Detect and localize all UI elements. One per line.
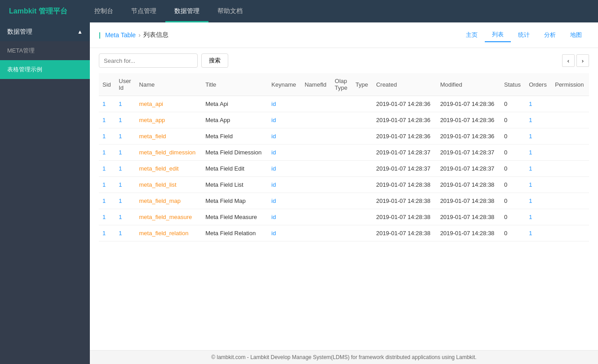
cell-created: 2019-01-07 14:28:37 (372, 145, 436, 161)
cell-name: meta_field_edit (136, 161, 202, 177)
cell-sid: 1 (99, 161, 115, 177)
prev-page-button[interactable]: ‹ (562, 54, 575, 67)
cell-type (352, 96, 372, 112)
action-list[interactable]: 列表 (485, 28, 511, 42)
sidebar-item-table[interactable]: 表格管理示例 (0, 60, 90, 79)
cell-olaptype (331, 161, 352, 177)
page-header: | Meta Table › 列表信息 主页 列表 统计 分析 地图 (90, 22, 598, 48)
cell-type (352, 193, 372, 209)
cell-orders: 1 (525, 177, 551, 193)
breadcrumb-separator-line: | (99, 31, 101, 39)
cell-permission (551, 209, 589, 225)
nav-item-console[interactable]: 控制台 (85, 0, 122, 22)
cell-status: 0 (501, 225, 525, 241)
cell-namefld (301, 193, 331, 209)
cell-modified: 2019-01-07 14:28:36 (437, 112, 501, 128)
top-nav: Lambkit 管理平台 控制台 节点管理 数据管理 帮助文档 (0, 0, 598, 22)
col-sid: Sid (99, 73, 115, 96)
sidebar-item-meta[interactable]: META管理 (0, 41, 90, 60)
cell-olaptype (331, 96, 352, 112)
cell-olaptype (331, 145, 352, 161)
breadcrumb-separator: › (138, 31, 141, 39)
next-page-button[interactable]: › (576, 54, 589, 67)
cell-keyname: id (268, 128, 301, 145)
cell-permission (551, 96, 589, 112)
cell-name: meta_field (136, 128, 202, 145)
cell-olaptype (331, 177, 352, 193)
header-actions: 主页 列表 统计 分析 地图 (459, 28, 589, 42)
cell-status: 0 (501, 128, 525, 145)
action-map[interactable]: 地图 (563, 28, 589, 42)
breadcrumb: | Meta Table › 列表信息 (99, 31, 168, 39)
cell-created: 2019-01-07 14:28:36 (372, 128, 436, 145)
main-content: | Meta Table › 列表信息 主页 列表 统计 分析 地图 搜索 ‹ … (90, 22, 598, 364)
sidebar: 数据管理 ▲ META管理 表格管理示例 (0, 22, 90, 364)
cell-orders: 1 (525, 128, 551, 145)
action-home[interactable]: 主页 (459, 28, 485, 42)
cell-userid: 1 (115, 96, 135, 112)
cell-namefld (301, 225, 331, 241)
cell-permission (551, 161, 589, 177)
cell-keyname: id (268, 177, 301, 193)
breadcrumb-parent[interactable]: Meta Table (105, 31, 136, 39)
cell-permission (551, 225, 589, 241)
cell-name: meta_app (136, 112, 202, 128)
cell-status: 0 (501, 177, 525, 193)
pagination: ‹ › (562, 54, 589, 67)
table-row: 1 1 meta_field Meta Field id 2019-01-07 … (99, 128, 589, 145)
search-input[interactable] (99, 53, 198, 68)
cell-namefld (301, 161, 331, 177)
cell-keyname: id (268, 112, 301, 128)
nav-item-data[interactable]: 数据管理 (165, 0, 208, 22)
col-name: Name (136, 73, 202, 96)
table-header: Sid UserId Name Title Keyname Namefld Ol… (99, 73, 589, 96)
footer: © lambkit.com - Lambkit Develop Manage S… (90, 350, 598, 364)
cell-orders: 1 (525, 225, 551, 241)
nav-item-help[interactable]: 帮助文档 (208, 0, 252, 22)
cell-sid: 1 (99, 209, 115, 225)
cell-status: 0 (501, 193, 525, 209)
cell-modified: 2019-01-07 14:28:38 (437, 225, 501, 241)
cell-userid: 1 (115, 177, 135, 193)
cell-modified: 2019-01-07 14:28:36 (437, 96, 501, 112)
cell-type (352, 161, 372, 177)
table-row: 1 1 meta_field_measure Meta Field Measur… (99, 209, 589, 225)
sidebar-collapse-icon[interactable]: ▲ (77, 29, 83, 35)
nav-item-node[interactable]: 节点管理 (122, 0, 165, 22)
cell-keyname: id (268, 161, 301, 177)
cell-olaptype (331, 225, 352, 241)
action-stats[interactable]: 统计 (511, 28, 537, 42)
cell-name: meta_field_list (136, 177, 202, 193)
cell-created: 2019-01-07 14:28:38 (372, 193, 436, 209)
cell-modified: 2019-01-07 14:28:38 (437, 177, 501, 193)
cell-type (352, 128, 372, 145)
cell-olaptype (331, 193, 352, 209)
cell-created: 2019-01-07 14:28:38 (372, 177, 436, 193)
cell-title: Meta Field Dimession (202, 145, 268, 161)
cell-sid: 1 (99, 112, 115, 128)
cell-modified: 2019-01-07 14:28:37 (437, 161, 501, 177)
table-body: 1 1 meta_api Meta Api id 2019-01-07 14:2… (99, 96, 589, 241)
cell-name: meta_field_dimession (136, 145, 202, 161)
action-analysis[interactable]: 分析 (537, 28, 563, 42)
cell-userid: 1 (115, 112, 135, 128)
cell-userid: 1 (115, 209, 135, 225)
layout: 数据管理 ▲ META管理 表格管理示例 | Meta Table › 列表信息… (0, 22, 598, 364)
table-row: 1 1 meta_field_relation Meta Field Relat… (99, 225, 589, 241)
cell-orders: 1 (525, 112, 551, 128)
cell-status: 0 (501, 145, 525, 161)
cell-type (352, 209, 372, 225)
cell-type (352, 177, 372, 193)
nav-items: 控制台 节点管理 数据管理 帮助文档 (85, 0, 252, 22)
cell-status: 0 (501, 209, 525, 225)
cell-sid: 1 (99, 177, 115, 193)
cell-permission (551, 193, 589, 209)
cell-title: Meta Field Edit (202, 161, 268, 177)
col-userid: UserId (115, 73, 135, 96)
cell-userid: 1 (115, 225, 135, 241)
cell-namefld (301, 145, 331, 161)
search-button[interactable]: 搜索 (201, 53, 228, 68)
cell-created: 2019-01-07 14:28:36 (372, 96, 436, 112)
cell-title: Meta Field Map (202, 193, 268, 209)
col-title: Title (202, 73, 268, 96)
